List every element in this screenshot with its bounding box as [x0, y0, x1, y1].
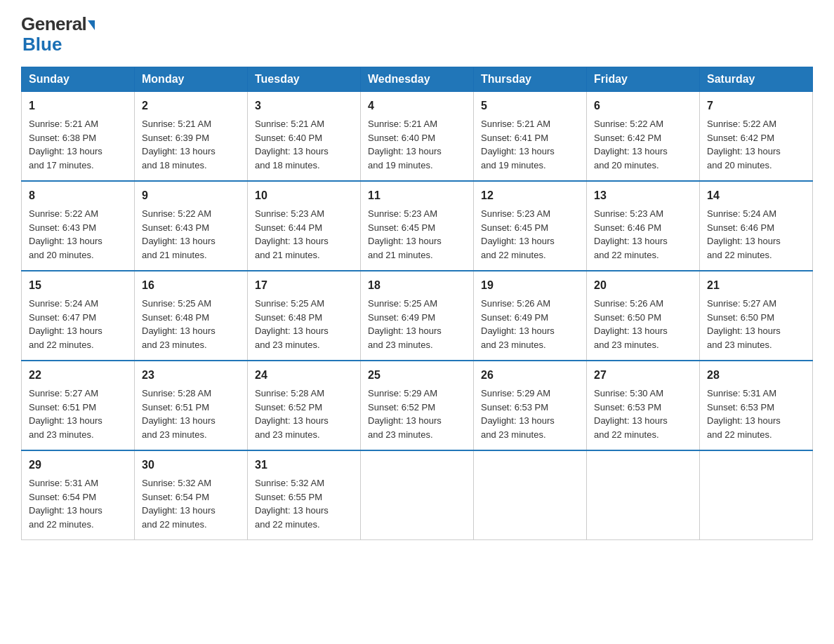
- day-info: Sunrise: 5:22 AMSunset: 6:43 PMDaylight:…: [142, 208, 216, 260]
- day-of-week-header: Monday: [135, 67, 248, 92]
- calendar-day-cell: [700, 450, 813, 540]
- day-info: Sunrise: 5:21 AMSunset: 6:39 PMDaylight:…: [142, 119, 216, 170]
- day-info: Sunrise: 5:21 AMSunset: 6:40 PMDaylight:…: [368, 119, 442, 170]
- calendar-day-cell: 12 Sunrise: 5:23 AMSunset: 6:45 PMDaylig…: [474, 181, 587, 271]
- calendar-week-row: 8 Sunrise: 5:22 AMSunset: 6:43 PMDayligh…: [22, 181, 813, 271]
- calendar-day-cell: [587, 450, 700, 540]
- calendar-day-cell: 5 Sunrise: 5:21 AMSunset: 6:41 PMDayligh…: [474, 92, 587, 182]
- day-info: Sunrise: 5:25 AMSunset: 6:48 PMDaylight:…: [142, 298, 216, 350]
- day-number: 2: [142, 98, 240, 114]
- day-number: 14: [707, 187, 805, 204]
- day-number: 19: [481, 277, 579, 294]
- day-number: 3: [255, 98, 353, 114]
- calendar-day-cell: 13 Sunrise: 5:23 AMSunset: 6:46 PMDaylig…: [587, 181, 700, 271]
- day-info: Sunrise: 5:25 AMSunset: 6:48 PMDaylight:…: [255, 298, 329, 350]
- day-number: 10: [255, 187, 353, 204]
- day-info: Sunrise: 5:32 AMSunset: 6:55 PMDaylight:…: [255, 478, 329, 530]
- day-number: 30: [142, 457, 240, 474]
- calendar-week-row: 1 Sunrise: 5:21 AMSunset: 6:38 PMDayligh…: [22, 92, 813, 182]
- logo-bottom: Blue: [22, 34, 62, 55]
- day-info: Sunrise: 5:22 AMSunset: 6:42 PMDaylight:…: [707, 119, 781, 170]
- calendar-day-cell: 28 Sunrise: 5:31 AMSunset: 6:53 PMDaylig…: [700, 361, 813, 450]
- calendar-day-cell: 4 Sunrise: 5:21 AMSunset: 6:40 PMDayligh…: [361, 92, 474, 182]
- calendar-day-cell: 14 Sunrise: 5:24 AMSunset: 6:46 PMDaylig…: [700, 181, 813, 271]
- calendar-day-cell: 16 Sunrise: 5:25 AMSunset: 6:48 PMDaylig…: [135, 271, 248, 361]
- calendar-day-cell: 24 Sunrise: 5:28 AMSunset: 6:52 PMDaylig…: [248, 361, 361, 450]
- calendar-day-cell: 11 Sunrise: 5:23 AMSunset: 6:45 PMDaylig…: [361, 181, 474, 271]
- calendar-table: SundayMondayTuesdayWednesdayThursdayFrid…: [21, 67, 813, 540]
- calendar-day-cell: 9 Sunrise: 5:22 AMSunset: 6:43 PMDayligh…: [135, 181, 248, 271]
- day-number: 21: [707, 277, 805, 294]
- day-info: Sunrise: 5:31 AMSunset: 6:54 PMDaylight:…: [29, 478, 102, 530]
- day-number: 13: [594, 187, 692, 204]
- calendar-day-cell: 8 Sunrise: 5:22 AMSunset: 6:43 PMDayligh…: [22, 181, 135, 271]
- day-info: Sunrise: 5:21 AMSunset: 6:40 PMDaylight:…: [255, 119, 329, 170]
- day-info: Sunrise: 5:29 AMSunset: 6:53 PMDaylight:…: [481, 388, 555, 440]
- day-info: Sunrise: 5:26 AMSunset: 6:50 PMDaylight:…: [594, 298, 668, 350]
- day-info: Sunrise: 5:23 AMSunset: 6:45 PMDaylight:…: [368, 208, 442, 260]
- day-info: Sunrise: 5:27 AMSunset: 6:50 PMDaylight:…: [707, 298, 781, 350]
- day-number: 7: [707, 98, 805, 114]
- day-of-week-header: Sunday: [22, 67, 135, 92]
- calendar-day-cell: 17 Sunrise: 5:25 AMSunset: 6:48 PMDaylig…: [248, 271, 361, 361]
- day-info: Sunrise: 5:24 AMSunset: 6:47 PMDaylight:…: [29, 298, 102, 350]
- calendar-day-cell: 10 Sunrise: 5:23 AMSunset: 6:44 PMDaylig…: [248, 181, 361, 271]
- day-number: 23: [142, 367, 240, 384]
- day-number: 26: [481, 367, 579, 384]
- calendar-header-row: SundayMondayTuesdayWednesdayThursdayFrid…: [22, 67, 813, 92]
- day-of-week-header: Wednesday: [361, 67, 474, 92]
- day-info: Sunrise: 5:23 AMSunset: 6:45 PMDaylight:…: [481, 208, 555, 260]
- calendar-day-cell: [474, 450, 587, 540]
- day-info: Sunrise: 5:21 AMSunset: 6:41 PMDaylight:…: [481, 119, 555, 170]
- day-number: 25: [368, 367, 466, 384]
- day-info: Sunrise: 5:23 AMSunset: 6:44 PMDaylight:…: [255, 208, 329, 260]
- day-number: 18: [368, 277, 466, 294]
- calendar-day-cell: 27 Sunrise: 5:30 AMSunset: 6:53 PMDaylig…: [587, 361, 700, 450]
- day-info: Sunrise: 5:23 AMSunset: 6:46 PMDaylight:…: [594, 208, 668, 260]
- calendar-week-row: 15 Sunrise: 5:24 AMSunset: 6:47 PMDaylig…: [22, 271, 813, 361]
- calendar-week-row: 29 Sunrise: 5:31 AMSunset: 6:54 PMDaylig…: [22, 450, 813, 540]
- day-of-week-header: Friday: [587, 67, 700, 92]
- day-number: 9: [142, 187, 240, 204]
- calendar-day-cell: 23 Sunrise: 5:28 AMSunset: 6:51 PMDaylig…: [135, 361, 248, 450]
- day-number: 17: [255, 277, 353, 294]
- calendar-day-cell: 18 Sunrise: 5:25 AMSunset: 6:49 PMDaylig…: [361, 271, 474, 361]
- day-info: Sunrise: 5:25 AMSunset: 6:49 PMDaylight:…: [368, 298, 442, 350]
- day-number: 11: [368, 187, 466, 204]
- day-number: 1: [29, 98, 127, 114]
- day-info: Sunrise: 5:22 AMSunset: 6:42 PMDaylight:…: [594, 119, 668, 170]
- calendar-day-cell: 25 Sunrise: 5:29 AMSunset: 6:52 PMDaylig…: [361, 361, 474, 450]
- calendar-day-cell: [361, 450, 474, 540]
- day-number: 4: [368, 98, 466, 114]
- calendar-day-cell: 1 Sunrise: 5:21 AMSunset: 6:38 PMDayligh…: [22, 92, 135, 182]
- day-info: Sunrise: 5:32 AMSunset: 6:54 PMDaylight:…: [142, 478, 216, 530]
- day-info: Sunrise: 5:27 AMSunset: 6:51 PMDaylight:…: [29, 388, 102, 440]
- calendar-day-cell: 2 Sunrise: 5:21 AMSunset: 6:39 PMDayligh…: [135, 92, 248, 182]
- day-number: 20: [594, 277, 692, 294]
- day-info: Sunrise: 5:26 AMSunset: 6:49 PMDaylight:…: [481, 298, 555, 350]
- calendar-day-cell: 29 Sunrise: 5:31 AMSunset: 6:54 PMDaylig…: [22, 450, 135, 540]
- calendar-day-cell: 22 Sunrise: 5:27 AMSunset: 6:51 PMDaylig…: [22, 361, 135, 450]
- day-number: 5: [481, 98, 579, 114]
- day-info: Sunrise: 5:28 AMSunset: 6:52 PMDaylight:…: [255, 388, 329, 440]
- day-number: 24: [255, 367, 353, 384]
- calendar-day-cell: 19 Sunrise: 5:26 AMSunset: 6:49 PMDaylig…: [474, 271, 587, 361]
- day-number: 29: [29, 457, 127, 474]
- calendar-day-cell: 26 Sunrise: 5:29 AMSunset: 6:53 PMDaylig…: [474, 361, 587, 450]
- calendar-day-cell: 3 Sunrise: 5:21 AMSunset: 6:40 PMDayligh…: [248, 92, 361, 182]
- day-number: 16: [142, 277, 240, 294]
- calendar-week-row: 22 Sunrise: 5:27 AMSunset: 6:51 PMDaylig…: [22, 361, 813, 450]
- day-info: Sunrise: 5:22 AMSunset: 6:43 PMDaylight:…: [29, 208, 102, 260]
- day-of-week-header: Saturday: [700, 67, 813, 92]
- day-of-week-header: Tuesday: [248, 67, 361, 92]
- day-of-week-header: Thursday: [474, 67, 587, 92]
- day-number: 31: [255, 457, 353, 474]
- day-info: Sunrise: 5:30 AMSunset: 6:53 PMDaylight:…: [594, 388, 668, 440]
- day-info: Sunrise: 5:28 AMSunset: 6:51 PMDaylight:…: [142, 388, 216, 440]
- calendar-day-cell: 30 Sunrise: 5:32 AMSunset: 6:54 PMDaylig…: [135, 450, 248, 540]
- day-number: 27: [594, 367, 692, 384]
- day-info: Sunrise: 5:31 AMSunset: 6:53 PMDaylight:…: [707, 388, 781, 440]
- calendar-day-cell: 6 Sunrise: 5:22 AMSunset: 6:42 PMDayligh…: [587, 92, 700, 182]
- day-info: Sunrise: 5:21 AMSunset: 6:38 PMDaylight:…: [29, 119, 102, 170]
- day-number: 8: [29, 187, 127, 204]
